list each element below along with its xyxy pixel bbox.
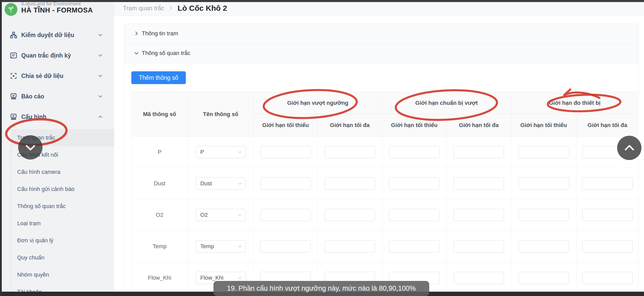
exceed-min-input[interactable] [260, 209, 311, 221]
sidebar-item-chia-se-du-lieu[interactable]: Chia sẻ dữ liệu [0, 66, 114, 86]
main-content: Trạm quan trắc Lò Cốc Khô 2 Thông tin tr… [114, 2, 644, 296]
sidebar: iLotusLand for Environment HÀ TĨNH - FOR… [0, 2, 114, 296]
chevron-up-icon [97, 114, 103, 120]
limit-cell [576, 199, 639, 231]
device-max-input[interactable] [582, 177, 633, 190]
parameter-code: P [158, 149, 162, 155]
exceed-max-input[interactable] [325, 177, 375, 190]
sidebar-submenu-cau-hinh: Trạm quan trắc Cấu hình kết nối Cấu hình… [0, 129, 114, 296]
window-left-edge [0, 0, 2, 296]
chevron-up-icon [623, 141, 636, 155]
prepare-min-input[interactable] [389, 209, 439, 221]
brand-header: iLotusLand for Environment HÀ TĨNH - FOR… [0, 2, 114, 20]
sidebar-item-quan-trac-dinh-ky[interactable]: Quan trắc định kỳ [0, 45, 114, 66]
limit-cell [318, 231, 382, 262]
prepare-min-input[interactable] [389, 177, 439, 190]
limit-cell [511, 231, 576, 262]
sidebar-item-kiem-duyet-du-lieu[interactable]: Kiểm duyệt dữ liệu [0, 25, 114, 45]
parameter-code: Flow_Khi [148, 275, 171, 281]
sidebar-item-label: Báo cáo [21, 93, 44, 100]
sidebar-subitem-thong-so-quan-trac[interactable]: Thông số quan trắc [0, 198, 114, 215]
sidebar-item-label: Kiểm duyệt dữ liệu [21, 32, 74, 39]
limit-cell [382, 231, 447, 262]
sidebar-subitem-loai-tram[interactable]: Loại trạm [0, 215, 114, 232]
device-max-input[interactable] [582, 272, 633, 284]
select-value: Dust [200, 180, 212, 187]
sidebar-subitem-cau-hinh-ket-noi[interactable]: Cấu hình kết nối [0, 146, 114, 163]
exceed-min-input[interactable] [260, 177, 311, 190]
limit-cell [382, 199, 447, 231]
limit-cell [254, 231, 318, 262]
exceed-min-input[interactable] [260, 146, 311, 158]
sidebar-subitem-don-vi-quan-ly[interactable]: Đơn vị quản lý [0, 232, 114, 249]
parameter-name-select[interactable]: Temp [196, 240, 246, 253]
device-min-input[interactable] [519, 272, 569, 284]
sidebar-subitem-quy-chuan[interactable]: Quy chuẩn [0, 249, 114, 266]
prepare-max-input[interactable] [454, 209, 504, 221]
device-min-input[interactable] [519, 209, 569, 221]
panel-body-parameters: Thêm thông số Mã thông số Tên thông số G… [124, 63, 638, 294]
parameter-code-cell: Flow_Khi [132, 262, 188, 294]
column-header-ma-thong-so: Mã thông số [132, 92, 188, 136]
panel-header-thong-tin-tram[interactable]: Thông tin trạm [124, 24, 638, 43]
limit-cell [318, 199, 382, 231]
limit-cell [382, 136, 447, 168]
chevron-right-icon [168, 6, 174, 11]
exceed-max-input[interactable] [325, 240, 375, 253]
parameter-name-select[interactable]: P [196, 146, 246, 158]
prepare-min-input[interactable] [389, 146, 439, 158]
exceed-min-input[interactable] [260, 240, 311, 253]
group-header-gioi-han-vuot-nguong: Giới hạn vượt ngưỡng [254, 92, 382, 114]
chevron-down-icon [97, 52, 103, 59]
device-max-input[interactable] [582, 209, 633, 221]
device-min-input[interactable] [519, 177, 569, 190]
parameter-name-select[interactable]: Dust [196, 177, 246, 190]
chevron-down-icon [238, 244, 242, 249]
parameter-code-cell: Dust [132, 168, 188, 199]
device-max-input[interactable] [582, 240, 633, 253]
chevron-down-icon [24, 141, 37, 154]
breadcrumb: Trạm quan trắc Lò Cốc Khô 2 [114, 2, 644, 16]
prepare-max-input[interactable] [454, 272, 504, 284]
prepare-min-input[interactable] [389, 240, 439, 253]
sidebar-subitem-cau-hinh-gui-canh-bao[interactable]: Cấu hình gửi cảnh báo [0, 180, 114, 198]
limit-cell [382, 168, 447, 199]
parameter-name-cell: Temp [188, 231, 254, 262]
prepare-max-input[interactable] [454, 177, 504, 190]
exceed-max-input[interactable] [325, 209, 375, 221]
breadcrumb-parent-link[interactable]: Trạm quan trắc [123, 5, 164, 12]
limit-cell [447, 262, 511, 294]
parameter-code: O2 [156, 212, 163, 218]
prepare-max-input[interactable] [454, 146, 504, 158]
scroll-down-button[interactable] [18, 135, 42, 160]
accordion-panel: Thông tin trạm Thông số quan trắc Thêm t… [124, 24, 639, 296]
exceed-max-input[interactable] [325, 146, 375, 158]
sidebar-subitem-nhom-quyen[interactable]: Nhóm quyền [0, 266, 114, 283]
sidebar-item-label: Cấu hình [21, 113, 46, 120]
sidebar-item-cau-hinh[interactable]: Cấu hình [0, 107, 114, 127]
sidebar-item-label: Chia sẻ dữ liệu [21, 73, 63, 79]
panel-header-thong-so-quan-trac[interactable]: Thông số quan trắc [124, 43, 638, 63]
group-header-gioi-han-chuan-bi-vuot: Giới hạn chuẩn bị vượt [382, 92, 511, 114]
limit-cell [447, 199, 511, 231]
chevron-down-icon [97, 93, 103, 99]
device-min-input[interactable] [519, 240, 569, 253]
limit-cell [318, 136, 382, 168]
table-row: DustDust [132, 168, 639, 199]
report-icon [10, 93, 17, 100]
sidebar-item-bao-cao[interactable]: Báo cáo [0, 86, 114, 107]
prepare-max-input[interactable] [454, 240, 504, 253]
sidebar-subitem-cau-hinh-camera[interactable]: Cấu hình camera [0, 163, 114, 180]
chevron-down-icon [238, 213, 242, 217]
form-icon [10, 52, 17, 59]
parameter-code-cell: O2 [132, 199, 188, 231]
chevron-down-icon [97, 73, 103, 79]
device-min-input[interactable] [519, 146, 569, 158]
parameter-code: Dust [154, 180, 165, 187]
parameter-name-select[interactable]: O2 [196, 209, 246, 221]
sidebar-item-label: Quan trắc định kỳ [21, 52, 71, 59]
add-parameter-button[interactable]: Thêm thông số [131, 71, 186, 84]
scroll-up-button[interactable] [617, 136, 641, 160]
limit-cell [447, 136, 511, 168]
column-header-min: Giới hạn tối thiểu [382, 114, 447, 136]
